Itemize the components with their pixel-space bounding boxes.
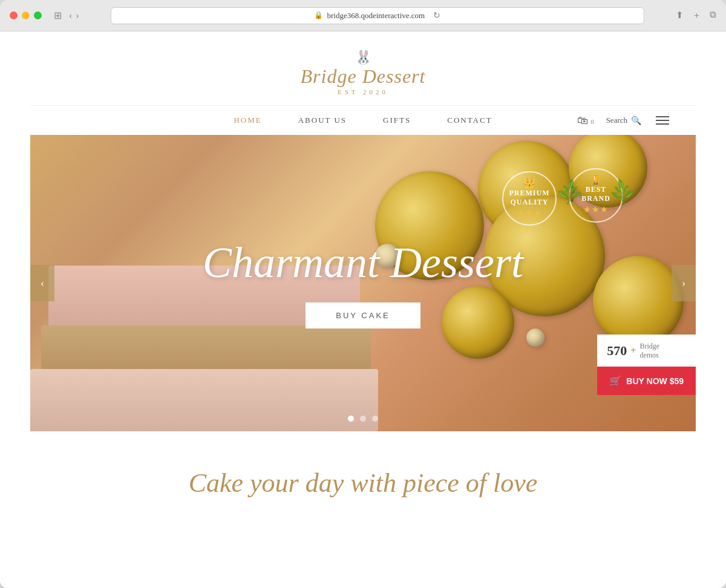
- best-badge-stars: ★★★: [583, 204, 609, 215]
- demos-label: Bridge demos: [639, 342, 659, 359]
- browser-window: ⊞ ‹ › 🔒 bridge368.qodeinteractive.com ↻ …: [0, 0, 726, 588]
- nav-gifts[interactable]: GIFTS: [383, 116, 411, 125]
- slider-prev-arrow[interactable]: ‹: [30, 265, 54, 301]
- below-hero-section: Cake your day with piece of love: [30, 431, 696, 523]
- sidebar-toggle-icon[interactable]: ⊞: [54, 10, 62, 21]
- hero-title: Charmant Dessert: [203, 238, 523, 288]
- logo-est: EST 2020: [30, 88, 696, 96]
- search-label: Search: [606, 116, 627, 125]
- hamburger-line-3: [656, 123, 669, 125]
- shopping-bag-icon: 🛒: [609, 375, 621, 387]
- hamburger-line-1: [656, 116, 669, 117]
- gold-ball-small-2: [526, 328, 544, 347]
- search-icon: 🔍: [631, 116, 641, 126]
- logo-area: 🐰 Bridge Dessert EST 2020: [30, 44, 696, 105]
- hamburger-menu[interactable]: [653, 114, 672, 127]
- new-tab-icon[interactable]: ＋: [692, 10, 701, 21]
- demos-counter: 570 + Bridge demos: [597, 335, 696, 367]
- browser-nav-buttons: ‹ ›: [69, 10, 79, 21]
- fullscreen-button[interactable]: [34, 11, 42, 19]
- search-area[interactable]: Search 🔍: [606, 116, 641, 126]
- slider-dots: [348, 416, 378, 422]
- site-nav: HOME ABOUT US GIFTS CONTACT 🛍 0 Search 🔍: [30, 105, 696, 135]
- nav-right: 🛍 0 Search 🔍: [577, 114, 672, 127]
- share-icon[interactable]: ⬆: [676, 10, 684, 21]
- gold-ball-5: [593, 256, 684, 347]
- site-header: 🐰 Bridge Dessert EST 2020 HOME ABOUT US …: [30, 31, 696, 135]
- buy-cake-button[interactable]: BUY CAKE: [306, 302, 420, 328]
- browser-content: 🐰 Bridge Dessert EST 2020 HOME ABOUT US …: [0, 31, 726, 588]
- premium-badge-circle: 👑 PREMIUM QUALITY ★★★: [502, 171, 557, 226]
- side-panel: 570 + Bridge demos 🛒 BUY NOW $59: [597, 335, 696, 395]
- website: 🐰 Bridge Dessert EST 2020 HOME ABOUT US …: [30, 31, 696, 588]
- tagline: Cake your day with piece of love: [30, 468, 696, 498]
- browser-titlebar: ⊞ ‹ › 🔒 bridge368.qodeinteractive.com ↻ …: [0, 0, 726, 31]
- slider-dot-3[interactable]: [372, 416, 378, 422]
- chevron-right-icon: ›: [682, 277, 685, 290]
- nav-about[interactable]: ABOUT US: [298, 116, 347, 125]
- chevron-left-icon: ‹: [41, 277, 44, 290]
- premium-badge-line2: QUALITY: [510, 198, 548, 207]
- best-badge-circle: 🏆 BEST BRAND ★★★: [569, 168, 623, 223]
- nav-home[interactable]: HOME: [234, 116, 261, 125]
- url-text: bridge368.qodeinteractive.com: [327, 11, 425, 21]
- premium-badge-crown: 👑: [523, 177, 536, 189]
- minimize-button[interactable]: [22, 11, 30, 19]
- best-badge-line2: BRAND: [581, 194, 610, 203]
- logo-rabbit-icon: 🐰: [30, 50, 696, 65]
- forward-button[interactable]: ›: [76, 10, 79, 21]
- refresh-icon[interactable]: ↻: [433, 10, 440, 21]
- hamburger-line-2: [656, 120, 669, 121]
- slider-dot-1[interactable]: [348, 416, 354, 422]
- buy-now-label: BUY NOW $59: [626, 376, 684, 386]
- demos-plus-sign: +: [630, 345, 636, 356]
- best-badge-line1: BEST: [586, 185, 607, 194]
- best-brand-badge: 🏆 BEST BRAND ★★★: [569, 168, 623, 223]
- demos-number: 570: [607, 343, 627, 359]
- traffic-lights: [10, 11, 42, 19]
- nav-links: HOME ABOUT US GIFTS CONTACT: [234, 106, 492, 135]
- cart-button[interactable]: 🛍 0: [577, 114, 594, 127]
- best-badge-crown: 🏆: [590, 175, 601, 185]
- premium-quality-badge: 👑 PREMIUM QUALITY ★★★: [502, 171, 557, 226]
- cake-layer-bottom: [30, 369, 378, 431]
- tabs-icon[interactable]: ⧉: [710, 10, 716, 21]
- logo-name: Bridge Dessert: [30, 67, 696, 86]
- back-button[interactable]: ‹: [69, 10, 72, 21]
- slider-dot-2[interactable]: [360, 416, 366, 422]
- nav-contact[interactable]: CONTACT: [447, 116, 492, 125]
- lock-icon: 🔒: [314, 11, 323, 20]
- premium-badge-line1: PREMIUM: [509, 189, 550, 198]
- hero-content: Charmant Dessert BUY CAKE: [203, 238, 523, 328]
- buy-now-button[interactable]: 🛒 BUY NOW $59: [597, 367, 696, 395]
- cart-count: 0: [590, 118, 594, 125]
- premium-badge-stars: ★★★: [517, 208, 542, 218]
- close-button[interactable]: [10, 11, 18, 19]
- browser-actions: ⬆ ＋ ⧉: [676, 10, 716, 21]
- hero-slider: 👑 PREMIUM QUALITY ★★★ 🏆 BEST BRAND ★★★: [30, 135, 696, 431]
- cart-icon: 🛍: [577, 114, 588, 126]
- url-bar[interactable]: 🔒 bridge368.qodeinteractive.com ↻: [111, 7, 644, 24]
- slider-next-arrow[interactable]: ›: [672, 265, 696, 301]
